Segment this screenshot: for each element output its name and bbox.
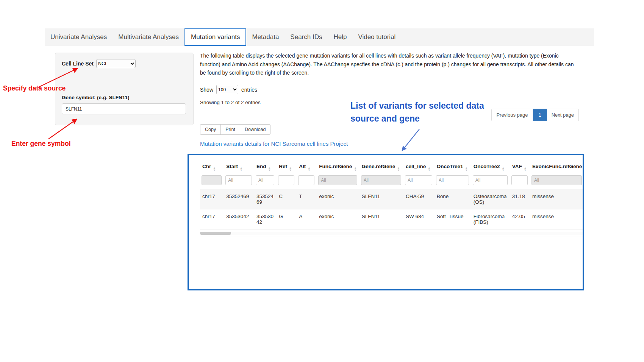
table-cell: 42.05 (510, 209, 530, 229)
tab-univariate-analyses[interactable]: Univariate Analyses (45, 28, 113, 46)
annotation-enter-gene-symbol: Enter gene symbol (11, 140, 71, 148)
column-label: OncoTree2 (474, 164, 500, 169)
column-header-oncotree1[interactable]: OncoTree1▲▼ (435, 161, 471, 174)
annotation-specify-data-source: Specify data source (3, 84, 66, 92)
column-header-chr[interactable]: Chr▲▼ (200, 161, 224, 174)
column-label: Ref (279, 164, 287, 169)
show-label: Show (200, 87, 213, 93)
table-cell: 35352469 (224, 189, 254, 209)
tab-metadata[interactable]: Metadata (246, 28, 284, 46)
horizontal-scrollbar-track[interactable] (200, 232, 584, 235)
sort-icon[interactable]: ▲▼ (213, 167, 216, 172)
table-cell: 35353042 (254, 209, 277, 229)
column-header-start[interactable]: Start▲▼ (224, 161, 254, 174)
next-page-button[interactable]: Next page (547, 109, 579, 121)
column-header-exonicfunc-refgene[interactable]: ExonicFunc.refGene▲▼ (530, 161, 584, 174)
column-header-gene-refgene[interactable]: Gene.refGene▲▼ (360, 161, 403, 174)
table-cell: 31.18 (510, 189, 530, 209)
variants-table: Chr▲▼Start▲▼End▲▼Ref▲▼Alt▲▼Func.refGene▲… (200, 161, 584, 229)
tab-help[interactable]: Help (328, 28, 352, 46)
table-cell: exonic (317, 189, 359, 209)
gene-symbol-label: Gene symbol: (e.g. SLFN11) (62, 95, 130, 100)
table-cell: T (297, 189, 317, 209)
column-label: cell_line (406, 164, 426, 169)
column-filter[interactable] (298, 175, 314, 185)
entries-label: entries (241, 87, 257, 93)
sort-icon[interactable]: ▲▼ (397, 167, 400, 172)
table-row[interactable]: chr173535246935352469CTexonicSLFN11CHA-5… (200, 189, 584, 209)
column-label: Alt (299, 164, 306, 169)
sort-icon[interactable]: ▲▼ (289, 167, 292, 172)
column-header-cell-line[interactable]: cell_line▲▼ (403, 161, 435, 174)
table-cell: CHA-59 (403, 189, 435, 209)
table-cell: Soft_Tissue (435, 209, 471, 229)
table-cell: exonic (317, 209, 359, 229)
cell-line-set-row: Cell Line Set NCI (62, 59, 136, 68)
column-header-oncotree2[interactable]: OncoTree2▲▼ (471, 161, 510, 174)
column-filter[interactable] (473, 175, 508, 185)
tab-video-tutorial[interactable]: Video tutorial (352, 28, 401, 46)
table-cell: 35352469 (254, 189, 277, 209)
current-page-button[interactable]: 1 (533, 109, 547, 121)
cell-line-set-label: Cell Line Set (62, 61, 94, 67)
tab-multivariate-analyses[interactable]: Multivariate Analyses (113, 28, 184, 46)
copy-button[interactable]: Copy (200, 124, 221, 135)
filter-row (200, 174, 584, 189)
column-label: VAF (512, 164, 522, 169)
header-row: Chr▲▼Start▲▼End▲▼Ref▲▼Alt▲▼Func.refGene▲… (200, 161, 584, 174)
sort-icon[interactable]: ▲▼ (428, 167, 430, 172)
tab-mutation-variants[interactable]: Mutation variants (184, 28, 246, 46)
table-cell: SLFN11 (360, 189, 403, 209)
column-header-vaf[interactable]: VAF▲▼ (510, 161, 530, 174)
blue-arrow-variants-table (402, 129, 419, 150)
sort-icon[interactable]: ▲▼ (465, 167, 468, 172)
column-label: ExonicFunc.refGene (532, 164, 582, 169)
column-filter[interactable] (511, 175, 528, 185)
column-filter[interactable] (405, 175, 432, 185)
show-entries-select[interactable]: 100 (216, 85, 238, 94)
table-cell: SLFN11 (360, 209, 403, 229)
download-button[interactable]: Download (240, 124, 271, 135)
variants-table-container: Chr▲▼Start▲▼End▲▼Ref▲▼Alt▲▼Func.refGene▲… (200, 161, 584, 237)
content-divider (45, 263, 594, 263)
table-cell: C (277, 189, 297, 209)
column-filter[interactable] (202, 175, 222, 185)
annotation-list-of-variants: List of variants for selected data sourc… (350, 99, 502, 125)
show-entries-row: Show 100 entries (200, 85, 257, 94)
column-label: Gene.refGene (362, 164, 395, 169)
column-filter[interactable] (531, 175, 582, 185)
column-filter[interactable] (256, 175, 274, 185)
pagination: Previous page 1 Next page (491, 109, 579, 121)
column-filter[interactable] (361, 175, 401, 185)
sort-icon[interactable]: ▲▼ (354, 167, 356, 172)
sort-icon[interactable]: ▲▼ (524, 167, 527, 172)
table-cell: Osteosarcoma (OS) (471, 189, 510, 209)
column-header-ref[interactable]: Ref▲▼ (277, 161, 297, 174)
table-cell: 35353042 (224, 209, 254, 229)
sort-icon[interactable]: ▲▼ (308, 167, 310, 172)
table-bottom-divider (200, 237, 584, 237)
horizontal-scrollbar-thumb[interactable] (200, 232, 231, 235)
column-header-end[interactable]: End▲▼ (254, 161, 277, 174)
sort-icon[interactable]: ▲▼ (268, 167, 270, 172)
nav-bar: Univariate AnalysesMultivariate Analyses… (45, 28, 594, 46)
print-button[interactable]: Print (220, 124, 240, 135)
table-row[interactable]: chr173535304235353042GAexonicSLFN11SW 68… (200, 209, 584, 229)
column-filter[interactable] (318, 175, 357, 185)
table-body: chr173535246935352469CTexonicSLFN11CHA-5… (200, 189, 584, 229)
column-header-alt[interactable]: Alt▲▼ (297, 161, 317, 174)
column-filter[interactable] (278, 175, 294, 185)
column-filter[interactable] (225, 175, 252, 185)
column-header-func-refgene[interactable]: Func.refGene▲▼ (317, 161, 359, 174)
sort-icon[interactable]: ▲▼ (502, 167, 505, 172)
table-title-link[interactable]: Mutation variants details for NCI Sarcom… (200, 140, 348, 147)
sidebar-panel: Cell Line Set NCI Gene symbol: (e.g. SLF… (55, 53, 194, 125)
sort-icon[interactable]: ▲▼ (240, 167, 242, 172)
sort-icon[interactable]: ▲▼ (584, 167, 584, 172)
table-cell: chr17 (200, 189, 224, 209)
gene-symbol-input[interactable] (62, 103, 186, 114)
tab-search-ids[interactable]: Search IDs (284, 28, 328, 46)
cell-line-set-select[interactable]: NCI (96, 59, 136, 68)
column-filter[interactable] (436, 175, 469, 185)
column-label: OncoTree1 (437, 164, 463, 169)
